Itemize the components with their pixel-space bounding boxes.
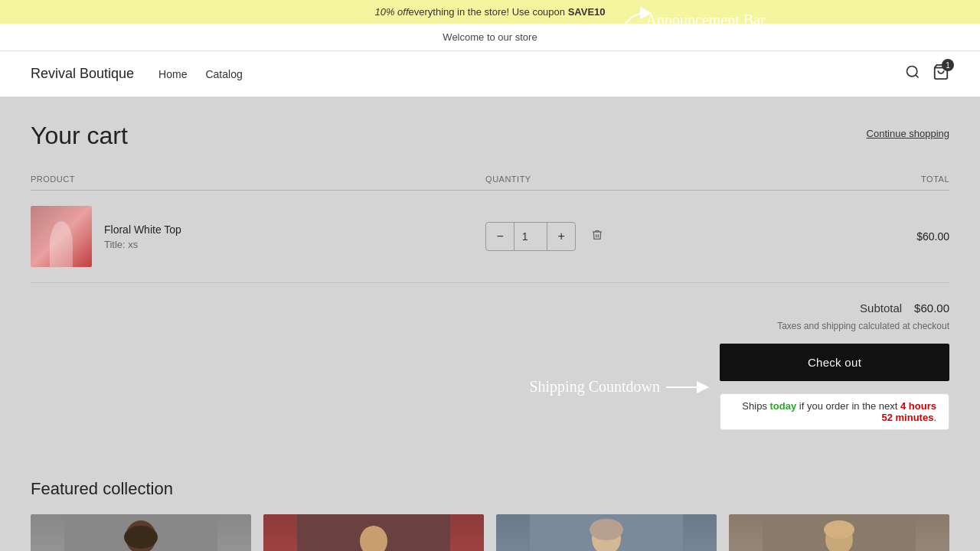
promo-suffix: everything in the store! Use coupon: [409, 6, 568, 18]
product-info: Floral White Top Title: xs: [31, 206, 485, 267]
checkout-button[interactable]: Check out: [720, 344, 949, 381]
variant-value: xs: [128, 239, 138, 250]
product-variant: Title: xs: [104, 239, 181, 250]
remove-item-button[interactable]: [588, 226, 606, 247]
main-content: Your cart Continue shopping PRODUCT QUAN…: [0, 97, 980, 455]
cart-badge: 1: [942, 59, 954, 71]
svg-point-0: [907, 67, 917, 77]
ships-today: today: [770, 400, 797, 412]
featured-grid: [31, 514, 949, 551]
cart-footer: Subtotal $60.00 Taxes and shipping calcu…: [31, 302, 949, 430]
svg-line-1: [916, 75, 919, 78]
product-figure: [50, 221, 73, 267]
shipping-countdown: Ships today if you order in the next 4 h…: [720, 393, 949, 430]
increase-quantity-button[interactable]: +: [547, 223, 575, 250]
quantity-input[interactable]: [514, 223, 547, 250]
cart-title: Your cart: [31, 122, 128, 150]
total-column-header: TOTAL: [851, 168, 949, 191]
welcome-bar: Welcome to our store: [0, 24, 980, 51]
cart-table-body: Floral White Top Title: xs −: [31, 191, 949, 283]
product-details: Floral White Top Title: xs: [104, 223, 181, 250]
svg-point-16: [590, 519, 623, 540]
tax-note: Taxes and shipping calculated at checkou…: [31, 321, 949, 331]
table-row: Floral White Top Title: xs −: [31, 191, 949, 283]
promo-off-text: off: [397, 6, 408, 18]
nav-home[interactable]: Home: [158, 68, 187, 80]
welcome-text: Welcome to our store: [443, 31, 537, 43]
announcement-bar: 10% offeverything in the store! Use coup…: [0, 0, 980, 24]
ships-prefix: Ships: [742, 400, 769, 412]
product-column-header: PRODUCT: [31, 168, 485, 191]
shipping-countdown-area: Shipping Countdown Ships today if you or…: [31, 393, 949, 430]
cart-table: PRODUCT QUANTITY TOTAL Floral White Top …: [31, 168, 949, 283]
subtotal-label: Subtotal: [860, 302, 902, 315]
quantity-column-header: QUANTITY: [485, 168, 851, 191]
subtotal-row: Subtotal $60.00: [31, 302, 949, 315]
checkout-wrapper: Check out: [31, 344, 949, 381]
item-price: $60.00: [851, 191, 949, 283]
cart-icon[interactable]: 1: [933, 64, 949, 84]
decrease-quantity-button[interactable]: −: [486, 223, 514, 250]
product-name: Floral White Top: [104, 223, 181, 236]
featured-item-4[interactable]: [729, 514, 949, 551]
subtotal-amount: $60.00: [914, 302, 949, 315]
svg-point-20: [824, 520, 854, 539]
cart-header: Your cart Continue shopping: [31, 122, 949, 150]
cart-table-head: PRODUCT QUANTITY TOTAL: [31, 168, 949, 191]
search-icon[interactable]: [905, 64, 920, 83]
featured-item-3[interactable]: [496, 514, 717, 551]
variant-label: Title:: [104, 239, 126, 250]
product-image: [31, 206, 92, 267]
brand-logo[interactable]: Revival Boutique: [31, 66, 134, 82]
coupon-code: SAVE10: [568, 6, 606, 18]
promo-off-italic: 10%: [374, 6, 397, 18]
quantity-cell: − +: [485, 191, 851, 283]
ships-suffix: .: [933, 412, 936, 423]
featured-section: Featured collection: [0, 455, 980, 551]
ships-middle: if you order in the next: [796, 400, 900, 412]
featured-title: Featured collection: [31, 479, 949, 499]
nav-catalog[interactable]: Catalog: [205, 68, 242, 80]
quantity-controls: − +: [485, 222, 576, 251]
svg-point-7: [124, 526, 158, 549]
header: Revival Boutique Home Catalog 1: [0, 51, 980, 97]
continue-shopping-link[interactable]: Continue shopping: [867, 128, 949, 139]
header-actions: 1: [905, 64, 949, 84]
main-nav: Home Catalog: [158, 68, 243, 80]
featured-item-2[interactable]: [263, 514, 484, 551]
featured-item-1[interactable]: [31, 514, 251, 551]
product-cell: Floral White Top Title: xs: [31, 191, 485, 283]
quantity-controls-wrapper: − +: [485, 222, 851, 251]
